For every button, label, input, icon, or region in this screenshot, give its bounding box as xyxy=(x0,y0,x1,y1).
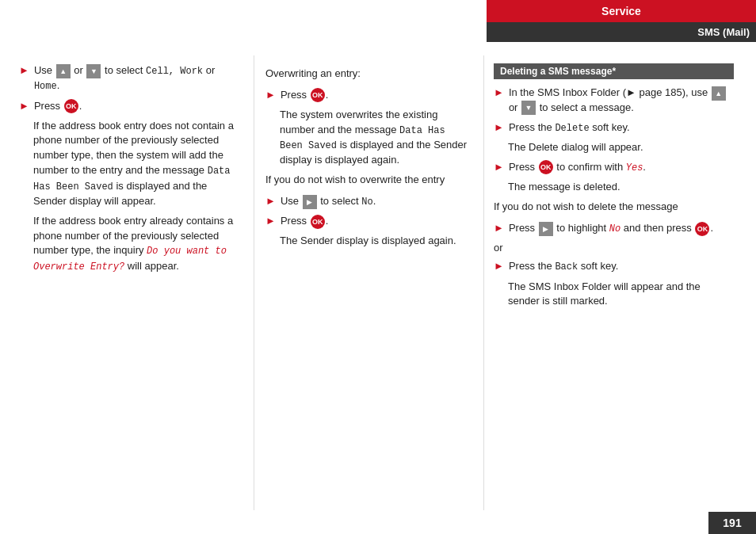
mid-bullet-1: ► Press OK. xyxy=(265,88,472,103)
bullet-arrow-right-2: ► xyxy=(494,121,504,133)
if-not-overwrite: If you do not wish to overwrite the entr… xyxy=(265,173,472,188)
nav-right-icon-right: ▶ xyxy=(539,222,553,236)
nav-down-icon-right: ▼ xyxy=(521,101,536,115)
left-bullet-1-content: Use ▲ or ▼ to select Cell, Work or Home. xyxy=(34,63,239,94)
data-saved-code-1: Data Has Been Saved xyxy=(33,166,231,192)
right-sub-3: The message is deleted. xyxy=(508,180,734,195)
right-bullet-4-content: Press ▶ to highlight No and then press O… xyxy=(509,221,734,236)
bullet-arrow-right-5: ► xyxy=(494,260,504,272)
delete-code: Delete xyxy=(555,123,589,134)
right-bullet-3-content: Press OK to confirm with Yes. xyxy=(509,160,734,175)
overwrite-heading: Overwriting an entry: xyxy=(265,67,472,82)
mid-bullet-3-content: Press OK. xyxy=(281,214,472,229)
or-divider: or xyxy=(494,241,734,256)
right-bullet-4: ► Press ▶ to highlight No and then press… xyxy=(494,221,734,236)
left-para-2: If the address book entry already contai… xyxy=(33,214,239,274)
right-bullet-2: ► Press the Delete soft key. xyxy=(494,120,734,135)
yes-italic: Yes xyxy=(626,162,643,174)
left-para-1: If the address book entry does not conta… xyxy=(33,119,239,209)
no-italic: No xyxy=(609,223,620,235)
sms-header: SMS (Mail) xyxy=(487,22,756,42)
ok-button-icon-1: OK xyxy=(64,99,78,113)
bullet-arrow-right-3: ► xyxy=(494,161,504,173)
back-code: Back xyxy=(555,261,578,273)
right-bullet-5: ► Press the Back soft key. xyxy=(494,259,734,274)
bullet-arrow-mid-1: ► xyxy=(265,89,276,101)
bullet-arrow-2: ► xyxy=(19,100,29,112)
left-bullet-2: ► Press OK. xyxy=(19,99,239,114)
service-header: Service xyxy=(487,0,756,22)
data-saved-code-mid: Data Has Been Saved xyxy=(280,125,445,151)
if-not-delete: If you do not wish to delete the message xyxy=(494,200,734,215)
home-code: Home xyxy=(34,81,57,92)
no-code-mid: No xyxy=(361,196,372,208)
mid-bullet-3: ► Press OK. xyxy=(265,214,472,229)
bullet-arrow-mid-2: ► xyxy=(265,195,276,207)
right-bullet-1-content: In the SMS Inbox Folder (► page 185), us… xyxy=(509,86,734,116)
bullet-arrow-1: ► xyxy=(19,64,29,76)
right-bullet-5-content: Press the Back soft key. xyxy=(509,259,734,274)
ok-button-icon-right-2: OK xyxy=(695,222,709,236)
nav-right-icon-mid: ▶ xyxy=(303,195,317,209)
right-column: Deleting a SMS message* ► In the SMS Inb… xyxy=(483,55,745,510)
middle-column: Overwriting an entry: ► Press OK. The sy… xyxy=(254,55,483,510)
right-sub-5: The SMS Inbox Folder will appear and the… xyxy=(508,280,734,310)
ok-button-icon-right-1: OK xyxy=(539,160,553,174)
bullet-arrow-mid-3: ► xyxy=(265,215,276,227)
ok-button-icon-mid-2: OK xyxy=(311,215,325,229)
mid-sub-3: The Sender display is displayed again. xyxy=(280,234,472,249)
right-sub-2: The Delete dialog will appear. xyxy=(508,140,734,155)
nav-up-icon-1: ▲ xyxy=(56,64,71,78)
ok-button-icon-mid-1: OK xyxy=(311,88,325,102)
bullet-arrow-right-1: ► xyxy=(494,86,504,98)
left-bullet-2-content: Press OK. xyxy=(34,99,239,114)
right-bullet-3: ► Press OK to confirm with Yes. xyxy=(494,160,734,175)
mid-bullet-2-content: Use ▶ to select No. xyxy=(281,194,472,209)
left-bullet-1: ► Use ▲ or ▼ to select Cell, Work or Hom… xyxy=(19,63,239,94)
bullet-arrow-right-4: ► xyxy=(494,222,504,234)
mid-bullet-1-content: Press OK. xyxy=(281,88,472,103)
mid-bullet-2: ► Use ▶ to select No. xyxy=(265,194,472,209)
nav-down-icon-1: ▼ xyxy=(86,64,101,78)
right-bullet-2-content: Press the Delete soft key. xyxy=(509,120,734,135)
delete-section-header: Deleting a SMS message* xyxy=(494,63,734,79)
left-column: ► Use ▲ or ▼ to select Cell, Work or Hom… xyxy=(0,55,254,510)
overwrite-inquiry: Do you want to Overwrite Entry? xyxy=(33,246,227,272)
page-number: 191 xyxy=(708,512,756,534)
cell-work-code: Cell, Work xyxy=(146,66,203,77)
mid-sub-1: The system overwrites the existing numbe… xyxy=(280,108,472,168)
right-bullet-1: ► In the SMS Inbox Folder (► page 185), … xyxy=(494,86,734,116)
nav-up-icon-right: ▲ xyxy=(712,86,726,101)
